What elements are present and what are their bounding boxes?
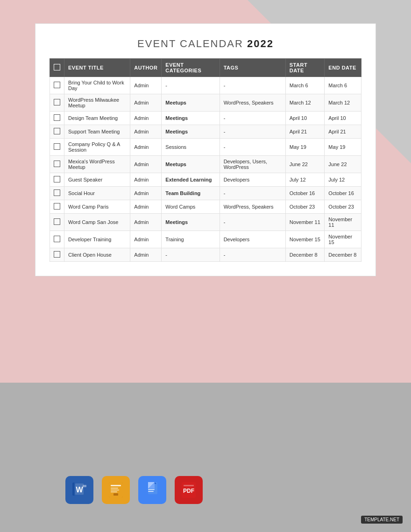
row-author: Admin [130,125,162,139]
header-checkbox-cell [50,59,64,77]
row-end-date: March 6 [325,77,361,94]
table-row: Company Policy Q & A SessionAdminSession… [50,139,361,156]
row-checkbox-cell [50,77,64,94]
row-author: Admin [130,187,162,200]
row-checkbox[interactable] [54,189,60,196]
row-start-date: November 11 [285,214,325,231]
header-tags: TAGS [220,59,285,77]
svg-rect-7 [111,485,121,486]
docs-icon[interactable] [138,476,166,504]
row-event-categories: Meetings [162,112,220,125]
row-event-title: WordPress Milwaukee Meetup [64,94,130,112]
row-start-date: July 12 [285,173,325,187]
row-checkbox-cell [50,248,64,262]
row-tags: - [220,187,285,200]
row-tags: Developers [220,231,285,248]
row-checkbox[interactable] [54,218,60,225]
row-tags: WordPress, Speakers [220,200,285,214]
main-card: EVENT CALENDAR 2022 EVENT TITLE AUTHOR E… [35,23,376,276]
svg-rect-10 [111,491,117,492]
row-checkbox[interactable] [54,161,60,167]
row-tags: Developers [220,173,285,187]
table-row: Support Team MeetingAdminMeetings-April … [50,125,361,139]
row-event-title: Company Policy Q & A Session [64,139,130,156]
background-gray-bottom [0,383,411,532]
row-author: Admin [130,112,162,125]
pdf-icon[interactable]: PDF [175,476,203,504]
svg-rect-8 [111,488,118,489]
row-end-date: March 12 [325,94,361,112]
row-event-categories: Extended Learning [162,173,220,187]
pdf-icon-svg: PDF [180,481,198,499]
word-icon-svg: W [71,481,88,499]
table-row: Word Camp ParisAdminWord CampsWordPress,… [50,200,361,214]
row-end-date: April 21 [325,125,361,139]
row-event-title: Support Team Meeting [64,125,130,139]
svg-rect-11 [113,493,118,496]
app-icons-container: W [65,476,203,504]
svg-text:PDF: PDF [183,488,194,494]
row-checkbox[interactable] [54,82,60,88]
pages-icon[interactable] [102,476,130,504]
svg-rect-17 [148,491,154,492]
table-row: Guest SpeakerAdminExtended LearningDevel… [50,173,361,187]
event-table: EVENT TITLE AUTHOR EVENT CATEGORIES TAGS… [50,58,361,262]
row-checkbox-cell [50,173,64,187]
word-icon[interactable]: W [65,476,93,504]
header-event-categories: EVENT CATEGORIES [162,59,220,77]
header-checkbox-icon [54,64,60,70]
row-checkbox-cell [50,187,64,200]
row-end-date: October 23 [325,200,361,214]
row-event-categories: Team Building [162,187,220,200]
row-checkbox[interactable] [54,236,60,242]
header-event-title: EVENT TITLE [64,59,130,77]
row-checkbox[interactable] [54,251,60,258]
table-row: Developer TrainingAdminTrainingDeveloper… [50,231,361,248]
row-checkbox[interactable] [54,128,60,134]
svg-rect-16 [148,489,155,490]
row-event-title: Word Camp Paris [64,200,130,214]
row-checkbox-cell [50,94,64,112]
row-event-title: Client Open House [64,248,130,262]
svg-text:W: W [76,486,83,494]
row-event-categories: Meetings [162,125,220,139]
row-end-date: December 8 [325,248,361,262]
row-event-title: Developer Training [64,231,130,248]
table-row: Mexica's WordPress MeetupAdminMeetupsDev… [50,156,361,173]
row-tags: WordPress, Speakers [220,94,285,112]
row-event-title: Mexica's WordPress Meetup [64,156,130,173]
table-row: Design Team MeetingAdminMeetings-April 1… [50,112,361,125]
row-tags: - [220,77,285,94]
row-event-categories: Meetups [162,94,220,112]
row-checkbox[interactable] [54,114,60,121]
table-body: Bring Your Child to Work DayAdmin--March… [50,77,361,262]
row-event-title: Bring Your Child to Work Day [64,77,130,94]
watermark: TEMPLATE.NET [361,516,403,524]
row-start-date: May 19 [285,139,325,156]
row-checkbox[interactable] [54,176,60,182]
row-tags: - [220,248,285,262]
row-checkbox-cell [50,125,64,139]
row-event-categories: Sessions [162,139,220,156]
row-author: Admin [130,156,162,173]
row-event-title: Design Team Meeting [64,112,130,125]
row-end-date: November 15 [325,231,361,248]
row-tags: Developers, Users, WordPress [220,156,285,173]
row-checkbox-cell [50,214,64,231]
row-checkbox[interactable] [54,143,60,150]
row-event-categories: - [162,77,220,94]
row-start-date: December 8 [285,248,325,262]
table-header-row: EVENT TITLE AUTHOR EVENT CATEGORIES TAGS… [50,59,361,77]
row-event-categories: Training [162,231,220,248]
row-end-date: April 10 [325,112,361,125]
svg-rect-9 [111,490,119,490]
row-author: Admin [130,77,162,94]
row-end-date: November 11 [325,214,361,231]
row-checkbox[interactable] [54,99,60,105]
row-checkbox[interactable] [54,203,60,210]
title-light: EVENT CALENDAR [137,38,247,49]
row-start-date: March 6 [285,77,325,94]
table-row: Client Open HouseAdmin--December 8Decemb… [50,248,361,262]
card-title: EVENT CALENDAR 2022 [50,38,361,50]
row-event-categories: Word Camps [162,200,220,214]
